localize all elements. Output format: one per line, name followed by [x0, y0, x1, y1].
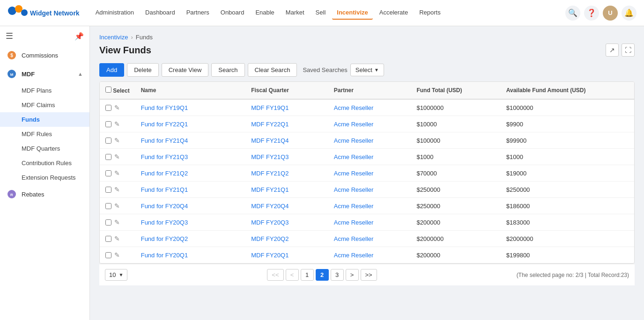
sidebar-sub-item-mdf-claims[interactable]: MDF Claims	[0, 98, 89, 112]
logo[interactable]: Widget Network	[7, 4, 80, 22]
edit-icon-0[interactable]: ✎	[114, 104, 120, 111]
search-button[interactable]: Search	[211, 63, 244, 77]
row-checkbox-1[interactable]	[105, 121, 111, 127]
row-partner-link-4[interactable]: Acme Reseller	[334, 170, 374, 177]
fullscreen-icon[interactable]: ⛶	[622, 44, 635, 57]
row-fq-link-3[interactable]: MDF FY21Q3	[251, 153, 289, 160]
row-checkbox-8[interactable]	[105, 236, 111, 242]
row-name-link-6[interactable]: Fund for FY20Q4	[141, 203, 188, 210]
row-fq-link-4[interactable]: MDF FY21Q2	[251, 170, 289, 177]
sidebar-sub-item-mdf-rules[interactable]: MDF Rules	[0, 127, 89, 141]
edit-icon-4[interactable]: ✎	[114, 169, 120, 177]
nav-link-incentivize[interactable]: Incentivize	[332, 6, 372, 20]
mdf-icon: M	[7, 69, 17, 79]
row-checkbox-7[interactable]	[105, 219, 111, 225]
edit-icon-2[interactable]: ✎	[114, 137, 120, 144]
sidebar-sub-item-funds[interactable]: Funds	[0, 112, 89, 127]
nav-link-onboard[interactable]: Onboard	[216, 6, 249, 20]
edit-icon-1[interactable]: ✎	[114, 120, 120, 128]
edit-icon-3[interactable]: ✎	[114, 153, 120, 160]
edit-icon-9[interactable]: ✎	[114, 251, 120, 259]
row-fq-link-7[interactable]: MDF FY20Q3	[251, 219, 289, 226]
delete-button[interactable]: Delete	[127, 63, 159, 77]
sidebar-item-rebates[interactable]: R Rebates	[0, 185, 89, 204]
row-checkbox-3[interactable]	[105, 154, 111, 160]
row-fq-link-0[interactable]: MDF FY19Q1	[251, 104, 289, 111]
nav-link-dashboard[interactable]: Dashboard	[141, 6, 180, 20]
row-name-link-1[interactable]: Fund for FY22Q1	[141, 121, 188, 128]
notifications-icon[interactable]: 🔔	[622, 6, 637, 21]
pagination-page-2[interactable]: 2	[316, 269, 329, 281]
row-fq-link-5[interactable]: MDF FY21Q1	[251, 186, 289, 193]
row-checkbox-4[interactable]	[105, 170, 111, 176]
nav-link-sell[interactable]: Sell	[311, 6, 331, 20]
row-partner-link-1[interactable]: Acme Reseller	[334, 121, 374, 128]
sidebar-item-commissions[interactable]: $ Commissions	[0, 46, 89, 65]
pagination-page-3[interactable]: 3	[331, 269, 344, 281]
edit-icon-7[interactable]: ✎	[114, 218, 120, 226]
row-name-link-4[interactable]: Fund for FY21Q2	[141, 170, 188, 177]
row-checkbox-9[interactable]	[105, 252, 111, 258]
row-name-link-3[interactable]: Fund for FY21Q3	[141, 153, 188, 160]
saved-searches-select[interactable]: Select ▼	[350, 64, 384, 76]
pin-icon[interactable]: 📌	[74, 32, 84, 41]
pagination-page-1[interactable]: 1	[301, 269, 314, 281]
row-select-cell: ✎	[100, 182, 135, 198]
row-fq-link-8[interactable]: MDF FY20Q2	[251, 235, 289, 242]
pagination-last[interactable]: >>	[361, 269, 377, 281]
row-partner-link-6[interactable]: Acme Reseller	[334, 203, 374, 210]
pagination-next[interactable]: >	[346, 269, 359, 281]
row-name-link-5[interactable]: Fund for FY21Q1	[141, 186, 188, 193]
funds-table: Select Name Fiscal Quarter Partner Fund …	[100, 82, 634, 263]
export-icon[interactable]: ↗	[606, 44, 619, 57]
sidebar-mdf-group[interactable]: M MDF ▲	[0, 65, 89, 83]
row-checkbox-0[interactable]	[105, 105, 111, 111]
row-partner-link-0[interactable]: Acme Reseller	[334, 104, 374, 111]
row-checkbox-5[interactable]	[105, 187, 111, 193]
breadcrumb-parent[interactable]: Incentivize	[99, 34, 128, 41]
row-partner-link-9[interactable]: Acme Reseller	[334, 252, 374, 259]
edit-icon-8[interactable]: ✎	[114, 235, 120, 242]
row-partner-link-2[interactable]: Acme Reseller	[334, 137, 374, 144]
edit-icon-6[interactable]: ✎	[114, 202, 120, 210]
clear-search-button[interactable]: Clear Search	[248, 63, 297, 77]
row-name-link-9[interactable]: Fund for FY20Q1	[141, 252, 188, 259]
create-view-button[interactable]: Create View	[162, 63, 209, 77]
nav-link-administration[interactable]: Administration	[91, 6, 139, 20]
nav-link-accelerate[interactable]: Accelerate	[375, 6, 413, 20]
row-checkbox-2[interactable]	[105, 138, 111, 144]
hamburger-icon[interactable]: ☰	[6, 31, 13, 41]
select-all-checkbox[interactable]	[105, 87, 111, 93]
pagination-prev[interactable]: <	[286, 269, 299, 281]
row-partner-link-5[interactable]: Acme Reseller	[334, 186, 374, 193]
sidebar-sub-item-mdf-quarters[interactable]: MDF Quarters	[0, 141, 89, 156]
help-icon[interactable]: ❓	[584, 6, 599, 21]
row-partner-link-8[interactable]: Acme Reseller	[334, 235, 374, 242]
svg-point-2	[21, 9, 28, 16]
edit-icon-5[interactable]: ✎	[114, 186, 120, 193]
search-nav-icon[interactable]: 🔍	[565, 6, 580, 21]
row-partner-link-3[interactable]: Acme Reseller	[334, 153, 374, 160]
row-fq-link-2[interactable]: MDF FY21Q4	[251, 137, 289, 144]
row-fq-link-6[interactable]: MDF FY20Q4	[251, 203, 289, 210]
nav-link-partners[interactable]: Partners	[182, 6, 214, 20]
row-name-link-0[interactable]: Fund for FY19Q1	[141, 104, 188, 111]
row-partner-link-7[interactable]: Acme Reseller	[334, 219, 374, 226]
row-name-link-8[interactable]: Fund for FY20Q2	[141, 235, 188, 242]
row-name-link-7[interactable]: Fund for FY20Q3	[141, 219, 188, 226]
nav-link-reports[interactable]: Reports	[415, 6, 445, 20]
row-checkbox-6[interactable]	[105, 203, 111, 209]
nav-link-enable[interactable]: Enable	[251, 6, 279, 20]
add-button[interactable]: Add	[99, 63, 124, 77]
sidebar-sub-item-contribution-rules[interactable]: Contribution Rules	[0, 156, 89, 170]
row-name-link-2[interactable]: Fund for FY21Q4	[141, 137, 188, 144]
user-avatar[interactable]: U	[603, 6, 618, 21]
pagination-first[interactable]: <<	[267, 269, 283, 281]
sidebar-sub-item-mdf-plans[interactable]: MDF Plans	[0, 83, 89, 98]
page-size-select[interactable]: 10 ▼	[105, 269, 127, 281]
nav-link-market[interactable]: Market	[281, 6, 309, 20]
row-select-cell: ✎	[100, 231, 135, 247]
row-fq-link-1[interactable]: MDF FY22Q1	[251, 121, 289, 128]
row-fq-link-9[interactable]: MDF FY20Q1	[251, 252, 289, 259]
sidebar-sub-item-extension-requests[interactable]: Extension Requests	[0, 170, 89, 185]
